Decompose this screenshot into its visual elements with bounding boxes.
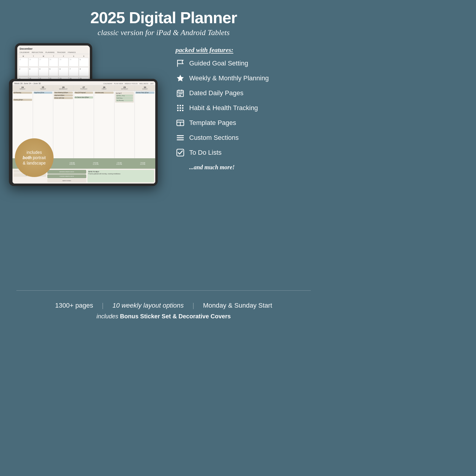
stat-start: Monday & Sunday Start	[203, 302, 272, 309]
footer: 1300+ pages | 10 weekly layout options |…	[0, 295, 327, 327]
svg-rect-17	[180, 110, 181, 111]
feature-label-todo-lists: To Do Lists	[189, 149, 222, 156]
portrait-month: December	[17, 46, 90, 51]
feature-item-template-pages: Template Pages	[176, 118, 315, 128]
footer-stats-row: 1300+ pages | 10 weekly layout options |…	[9, 301, 318, 309]
feature-item-weekly-monthly: Weekly & Monthly Planning	[176, 73, 315, 83]
features-panel: packed with features: Guided Goal Settin…	[170, 43, 318, 171]
svg-rect-14	[180, 107, 181, 109]
tablets-area: December CALENDAR REFLECTION PLANNING TR…	[9, 43, 164, 186]
star-icon	[176, 73, 185, 83]
feature-item-daily-pages: Dated Daily Pages	[176, 88, 315, 98]
grid-icon	[176, 103, 185, 113]
svg-rect-5	[178, 93, 180, 94]
svg-rect-15	[182, 107, 184, 109]
feature-item-todo-lists: To Do Lists	[176, 148, 315, 157]
feature-label-daily-pages: Dated Daily Pages	[189, 89, 243, 97]
feature-label-custom-sections: Custom Sections	[189, 134, 239, 142]
footer-bonus: includes Bonus Sticker Set & Decorative …	[9, 313, 318, 320]
landscape-nav: CALENDAR PLAN VIEW WEEKLY FOCUS WELLNESS…	[103, 83, 154, 84]
page-title: 2025 Digital Planner	[6, 9, 321, 26]
main-content: December CALENDAR REFLECTION PLANNING TR…	[0, 40, 327, 286]
week-label: Week 26: June 24 – June 30	[14, 82, 41, 84]
more-text: ...and much more!	[189, 164, 315, 171]
svg-rect-18	[182, 110, 184, 111]
portrait-nav: CALENDAR REFLECTION PLANNING TRACKER FIN…	[17, 51, 90, 54]
svg-rect-6	[180, 93, 181, 94]
feature-label-template-pages: Template Pages	[189, 119, 236, 127]
feature-label-habit-tracking: Habit & Health Tracking	[189, 104, 258, 112]
badge-circle: includesboth portrait& landscape	[15, 138, 54, 177]
page-subtitle: classic version for iPad & Android Table…	[6, 28, 321, 37]
page: 2025 Digital Planner classic version for…	[0, 0, 327, 327]
landscape-header: Week 26: June 24 – June 30 CALENDAR PLAN…	[12, 81, 155, 85]
stat-layouts: 10 weekly layout options	[112, 302, 184, 309]
day-col-friday: 28 FRIDAY interview prep ↓	[94, 85, 115, 158]
svg-rect-10	[177, 105, 179, 107]
note-to-self: NOTE TO SELF Practice gratitude with mor…	[87, 170, 154, 182]
divider	[16, 290, 311, 291]
feature-label-goal-setting: Guided Goal Setting	[189, 60, 248, 67]
stat-pages: 1300+ pages	[55, 302, 93, 309]
svg-rect-9	[180, 95, 181, 96]
flag-icon	[176, 59, 185, 68]
svg-rect-11	[180, 105, 181, 107]
svg-rect-13	[177, 107, 179, 109]
svg-marker-0	[177, 75, 184, 82]
day-col-saturday: 29 SATURDAY my top 3 Q4 Plan + Prep Staf…	[115, 85, 135, 158]
svg-rect-7	[181, 93, 183, 94]
feature-item-habit-tracking: Habit & Health Tracking	[176, 103, 315, 113]
svg-rect-8	[178, 95, 180, 96]
feature-item-custom-sections: Custom Sections	[176, 133, 315, 143]
svg-rect-12	[182, 105, 184, 107]
day-col-thursday: 27 THURSDAY Prep Q4 Proposal ↓ G's Dance…	[74, 85, 94, 158]
svg-rect-16	[177, 110, 179, 111]
lines-icon	[176, 133, 185, 143]
header: 2025 Digital Planner classic version for…	[0, 0, 327, 40]
calendar-icon	[176, 88, 185, 98]
feature-item-goal-setting: Guided Goal Setting	[176, 59, 315, 68]
features-title: packed with features:	[176, 46, 315, 54]
day-col-wednesday: 26 WEDNESDAY Team Meeting @10pm skip lev…	[53, 85, 74, 158]
checkbox-icon	[176, 148, 185, 157]
template-icon	[176, 118, 185, 128]
feature-label-weekly-monthly: Weekly & Monthly Planning	[189, 74, 269, 82]
day-col-sunday: 30 SUNDAY Emma's Party @7pm	[135, 85, 155, 158]
